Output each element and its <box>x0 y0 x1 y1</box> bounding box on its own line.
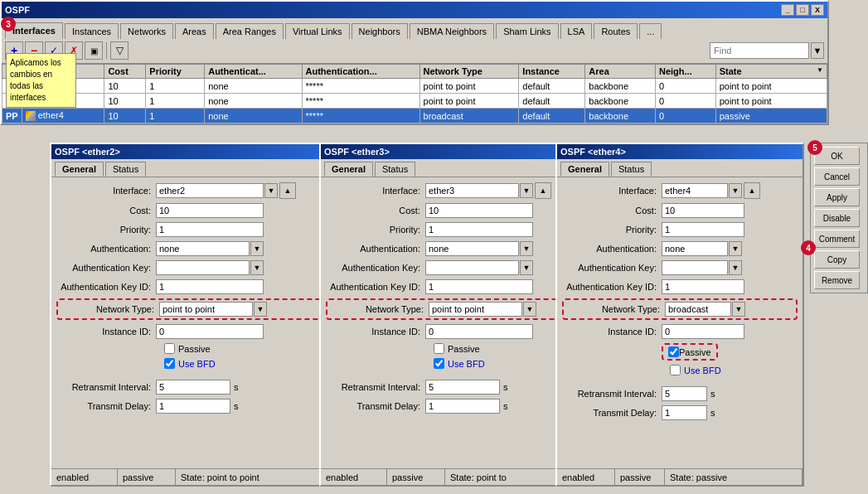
authkey-dropdown-btn[interactable]: ▼ <box>520 260 533 275</box>
search-input[interactable] <box>710 42 809 59</box>
ether2-usebfd-checkbox[interactable] <box>164 358 175 369</box>
ether3-interface-input[interactable] <box>425 183 519 198</box>
ether4-interface-input[interactable] <box>662 183 728 198</box>
ether2-passive-checkbox[interactable] <box>164 343 175 354</box>
ether4-passive-checkbox[interactable] <box>668 346 679 357</box>
copy-button[interactable]: ▣ <box>85 41 103 60</box>
apply-button[interactable]: Apply <box>814 188 860 206</box>
tab-lsa[interactable]: LSA <box>560 23 593 39</box>
col-header-instance[interactable]: Instance <box>519 65 585 79</box>
auth-dropdown-btn[interactable]: ▼ <box>520 241 533 256</box>
interface-scroll-up-btn[interactable]: ▲ <box>279 182 296 199</box>
tab-ether3-general[interactable]: General <box>324 162 373 177</box>
close-button[interactable]: X <box>811 4 824 16</box>
ether3-usebfd-checkbox[interactable] <box>434 358 444 369</box>
tab-ether3-status[interactable]: Status <box>375 162 415 177</box>
interface-dropdown-btn[interactable]: ▼ <box>264 183 278 198</box>
tab-neighbors[interactable]: Neighbors <box>352 23 408 39</box>
ether2-cost-input[interactable]: 10 <box>156 203 264 218</box>
tab-areas[interactable]: Areas <box>175 23 214 39</box>
cancel-button[interactable]: Cancel <box>814 167 860 186</box>
authkey-label: Authentication Key: <box>326 263 425 273</box>
ether4-instanceid-input[interactable] <box>662 324 744 339</box>
interface-scroll-up-btn[interactable]: ▲ <box>744 182 760 199</box>
col-header-network-type[interactable]: Network Type <box>419 65 519 79</box>
ether2-interface-input[interactable]: ether2 <box>156 183 264 198</box>
tab-ether4-general[interactable]: General <box>560 162 609 177</box>
ether2-networktype-input[interactable] <box>159 302 253 317</box>
interface-dropdown-btn[interactable]: ▼ <box>729 183 742 198</box>
transmitdelay-unit: s <box>503 401 508 411</box>
ether2-authkey-input[interactable] <box>156 260 250 275</box>
row-instance: default <box>519 79 585 94</box>
tab-more[interactable]: ... <box>639 23 662 39</box>
ether3-auth-input[interactable] <box>425 241 519 256</box>
copy-button[interactable]: Copy <box>814 250 860 269</box>
table-row[interactable]: ether3 10 1 none ***** point to point de… <box>2 94 827 109</box>
col-header-cost[interactable]: Cost <box>104 65 146 79</box>
networktype-dropdown-btn[interactable]: ▼ <box>523 302 536 317</box>
tab-interfaces[interactable]: 3 Interfaces <box>5 22 63 39</box>
table-row[interactable]: ether2 10 1 none ***** point to point de… <box>2 79 827 94</box>
ether2-priority-input[interactable]: 1 <box>156 222 264 237</box>
ether4-authkeyid-input[interactable] <box>662 279 744 294</box>
tab-virtual-links[interactable]: Virtual Links <box>285 23 350 39</box>
ether3-retransmit-input[interactable] <box>425 380 500 395</box>
networktype-dropdown-btn[interactable]: ▼ <box>254 302 267 317</box>
retransmit-label: Retransmit Interval: <box>562 389 662 399</box>
ether4-usebfd-checkbox[interactable] <box>670 365 681 375</box>
tab-networks[interactable]: Networks <box>120 23 173 39</box>
ether2-transmitdelay-input[interactable] <box>156 399 230 414</box>
ether3-authkeyid-input[interactable] <box>425 279 533 294</box>
maximize-button[interactable]: □ <box>796 4 809 16</box>
networktype-dropdown-btn[interactable]: ▼ <box>732 302 745 317</box>
tab-ether2-general[interactable]: General <box>55 162 104 177</box>
col-header-neigh[interactable]: Neigh... <box>655 65 715 79</box>
ether3-priority-input[interactable] <box>425 222 533 237</box>
authkey-dropdown-btn[interactable]: ▼ <box>250 260 264 275</box>
auth-dropdown-btn[interactable]: ▼ <box>250 241 264 256</box>
col-header-auth[interactable]: Authenticat... <box>205 65 302 79</box>
search-dropdown-button[interactable]: ▼ <box>811 42 824 59</box>
tab-nbma-neighbors[interactable]: NBMA Neighbors <box>410 23 494 39</box>
tab-instances[interactable]: Instances <box>65 23 119 39</box>
ether3-instanceid-input[interactable] <box>425 324 533 339</box>
disable-button[interactable]: Disable <box>814 209 860 227</box>
authkey-dropdown-btn[interactable]: ▼ <box>729 260 742 275</box>
ether4-auth-input[interactable] <box>662 241 728 256</box>
ether3-cost-input[interactable] <box>425 203 533 218</box>
state-dropdown-button[interactable]: ▼ <box>817 66 823 74</box>
remove-button[interactable]: Remove <box>814 271 860 289</box>
ether4-cost-input[interactable] <box>662 203 744 218</box>
minimize-button[interactable]: _ <box>781 4 794 16</box>
ether4-retransmit-input[interactable] <box>662 386 707 401</box>
col-header-area[interactable]: Area <box>585 65 656 79</box>
table-row[interactable]: PP ether4 10 1 none ***** broadcast defa… <box>2 109 827 124</box>
ether2-instanceid-input[interactable] <box>156 324 264 339</box>
ether4-priority-input[interactable] <box>662 222 744 237</box>
ether3-networktype-input[interactable] <box>429 302 522 317</box>
ether3-authkey-input[interactable] <box>425 260 519 275</box>
ether4-transmitdelay-input[interactable] <box>662 405 707 420</box>
tab-ether2-status[interactable]: Status <box>105 162 146 177</box>
ether2-auth-input[interactable] <box>156 241 250 256</box>
comment-button[interactable]: Comment <box>814 230 860 248</box>
col-header-priority[interactable]: Priority <box>146 65 205 79</box>
ether2-retransmit-input[interactable] <box>156 380 230 395</box>
ether4-networktype-input[interactable] <box>665 302 731 317</box>
tab-ether4-status[interactable]: Status <box>611 162 652 177</box>
interface-scroll-up-btn[interactable]: ▲ <box>535 182 551 199</box>
ether4-authkey-input[interactable] <box>662 260 728 275</box>
filter-button[interactable]: ▽ <box>110 41 129 60</box>
tab-area-ranges[interactable]: Area Ranges <box>216 23 284 39</box>
tab-routes[interactable]: Routes <box>594 23 638 39</box>
col-header-auth-key[interactable]: Authentication... <box>302 65 419 79</box>
col-header-state[interactable]: State ▼ <box>715 65 827 79</box>
ether4-status-passive: passive <box>615 469 665 485</box>
ether3-transmitdelay-input[interactable] <box>425 399 500 414</box>
auth-dropdown-btn[interactable]: ▼ <box>729 241 742 256</box>
ether3-passive-checkbox[interactable] <box>434 343 444 354</box>
ether2-authkeyid-input[interactable] <box>156 279 264 294</box>
interface-dropdown-btn[interactable]: ▼ <box>520 183 533 198</box>
tab-sham-links[interactable]: Sham Links <box>496 23 558 39</box>
